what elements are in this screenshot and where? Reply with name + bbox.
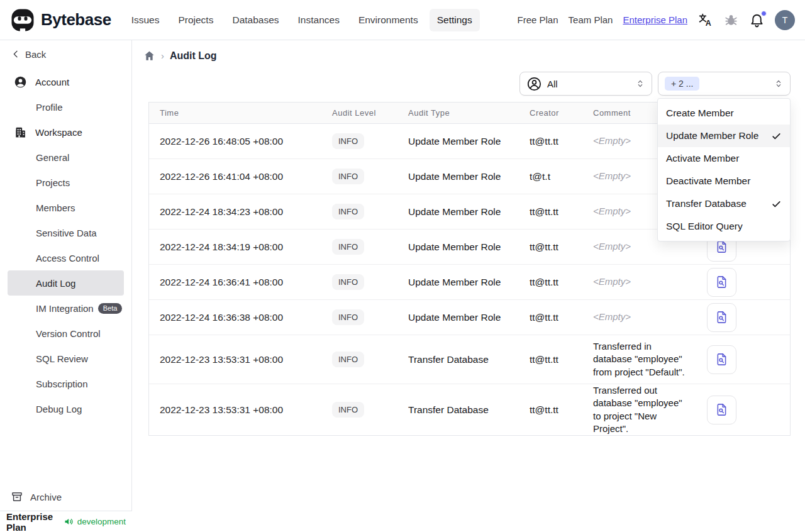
header-audit-level: Audit Level bbox=[321, 108, 397, 118]
table-row: 2022-12-24 16:36:41 +08:00 INFO Update M… bbox=[149, 265, 790, 300]
beta-badge: Beta bbox=[98, 303, 123, 314]
sidebar-item-profile[interactable]: Profile bbox=[8, 94, 124, 119]
menu-item-label: SQL Editor Query bbox=[666, 221, 743, 232]
audit-type: Update Member Role bbox=[397, 241, 519, 253]
archive-button[interactable]: Archive bbox=[0, 483, 131, 511]
sidebar-item-version-control[interactable]: Version Control bbox=[8, 321, 124, 346]
sidebar-item-im-integration[interactable]: IM Integration Beta bbox=[8, 296, 124, 321]
main-content: › Audit Log All + 2 ... bbox=[132, 40, 805, 532]
audit-level-badge: INFO bbox=[332, 274, 364, 290]
bytebase-logo[interactable]: Bytebase bbox=[10, 8, 111, 33]
nav-item-projects[interactable]: Projects bbox=[170, 9, 221, 31]
view-detail-button[interactable] bbox=[707, 396, 736, 424]
header-audit-type: Audit Type bbox=[397, 108, 519, 118]
sidebar-section-account: Account bbox=[8, 69, 124, 94]
bytebase-logo-icon bbox=[10, 8, 35, 33]
plan-status-bar: Enterprise Plan development bbox=[0, 511, 132, 532]
audit-creator: t@t.t bbox=[519, 171, 582, 182]
nav-item-instances[interactable]: Instances bbox=[291, 9, 347, 31]
audit-time: 2022-12-26 16:48:05 +08:00 bbox=[149, 136, 321, 147]
menu-item-create-member[interactable]: Create Member bbox=[658, 102, 790, 125]
audit-level-badge: INFO bbox=[332, 352, 364, 367]
audit-creator: tt@tt.tt bbox=[519, 241, 582, 253]
brand-name: Bytebase bbox=[41, 10, 111, 30]
menu-item-label: Update Member Role bbox=[666, 130, 758, 141]
back-button[interactable]: Back bbox=[0, 40, 131, 68]
nav-item-issues[interactable]: Issues bbox=[124, 9, 167, 31]
notification-dot bbox=[761, 11, 767, 16]
team-plan-link[interactable]: Team Plan bbox=[569, 14, 613, 25]
audit-level-badge: INFO bbox=[332, 133, 364, 149]
audit-type: Update Member Role bbox=[397, 171, 519, 182]
sidebar-item-sql-review[interactable]: SQL Review bbox=[8, 346, 124, 371]
enterprise-plan-link[interactable]: Enterprise Plan bbox=[623, 14, 687, 25]
topnav-right: Free Plan Team Plan Enterprise Plan A T bbox=[518, 10, 795, 30]
sidebar-item-debug-log[interactable]: Debug Log bbox=[8, 396, 124, 421]
free-plan-link[interactable]: Free Plan bbox=[518, 14, 558, 25]
audit-time: 2022-12-24 18:34:19 +08:00 bbox=[149, 241, 321, 253]
nav-item-environments[interactable]: Environments bbox=[351, 9, 426, 31]
notifications-bell-icon[interactable] bbox=[749, 12, 765, 28]
breadcrumb: › Audit Log bbox=[132, 40, 805, 62]
chevron-left-icon bbox=[11, 49, 21, 59]
volume-icon bbox=[64, 516, 74, 527]
sidebar-item-general[interactable]: General bbox=[8, 145, 124, 170]
audit-time: 2022-12-23 13:53:31 +08:00 bbox=[149, 404, 321, 416]
sidebar-item-projects[interactable]: Projects bbox=[8, 170, 124, 195]
audit-type: Update Member Role bbox=[397, 312, 519, 323]
menu-item-update-member-role[interactable]: Update Member Role bbox=[658, 125, 790, 147]
menu-item-sql-editor-query[interactable]: SQL Editor Query bbox=[658, 215, 790, 238]
menu-item-label: Activate Member bbox=[666, 153, 739, 164]
nav-item-settings[interactable]: Settings bbox=[430, 9, 480, 31]
audit-level-badge: INFO bbox=[332, 402, 364, 418]
bug-icon[interactable] bbox=[723, 12, 739, 28]
header-creator: Creator bbox=[519, 108, 582, 118]
sidebar-item-access-control[interactable]: Access Control bbox=[8, 245, 124, 270]
audit-time: 2022-12-24 16:36:41 +08:00 bbox=[149, 277, 321, 288]
audit-type-filter-select[interactable]: + 2 ... bbox=[658, 72, 791, 96]
archive-icon bbox=[11, 490, 23, 503]
translate-icon[interactable]: A bbox=[697, 12, 713, 28]
creator-filter-select[interactable]: All bbox=[519, 72, 652, 96]
chevron-right-icon: › bbox=[161, 50, 164, 61]
im-integration-label: IM Integration bbox=[36, 303, 94, 314]
header-time: Time bbox=[149, 108, 321, 118]
audit-level-badge: INFO bbox=[332, 169, 364, 184]
menu-item-label: Deactivate Member bbox=[666, 175, 750, 187]
environment-label: development bbox=[77, 517, 126, 526]
section-label: Account bbox=[35, 77, 69, 87]
audit-comment: <Empty> bbox=[582, 275, 696, 288]
audit-type-dropdown-menu: Create Member Update Member Role Activat… bbox=[657, 98, 791, 241]
nav-item-databases[interactable]: Databases bbox=[225, 9, 286, 31]
type-filter-badge: + 2 ... bbox=[665, 77, 699, 91]
audit-time: 2022-12-24 18:34:23 +08:00 bbox=[149, 206, 321, 218]
view-detail-button[interactable] bbox=[707, 303, 736, 332]
audit-creator: tt@tt.tt bbox=[519, 277, 582, 288]
sidebar-item-sensitive-data[interactable]: Sensitive Data bbox=[8, 220, 124, 245]
menu-item-transfer-database[interactable]: Transfer Database bbox=[658, 192, 790, 215]
sidebar-item-subscription[interactable]: Subscription bbox=[8, 371, 124, 396]
audit-time: 2022-12-24 16:36:38 +08:00 bbox=[149, 312, 321, 323]
check-icon bbox=[771, 131, 782, 141]
user-avatar[interactable]: T bbox=[775, 10, 795, 30]
audit-creator: tt@tt.tt bbox=[519, 312, 582, 323]
audit-comment: <Empty> bbox=[582, 240, 696, 253]
sidebar-nav: Account Profile Workspace General Projec… bbox=[0, 68, 131, 421]
audit-comment: Transferred in database "employee" from … bbox=[582, 340, 696, 379]
view-detail-button[interactable] bbox=[707, 345, 736, 374]
audit-creator: tt@tt.tt bbox=[519, 404, 582, 416]
sidebar-section-workspace: Workspace bbox=[8, 119, 124, 145]
sidebar-item-audit-log[interactable]: Audit Log bbox=[8, 270, 124, 296]
audit-level-badge: INFO bbox=[332, 239, 364, 255]
sidebar-item-members[interactable]: Members bbox=[8, 195, 124, 220]
chevron-updown-icon bbox=[635, 79, 645, 89]
audit-comment: <Empty> bbox=[582, 311, 696, 323]
table-row: 2022-12-23 13:53:31 +08:00 INFO Transfer… bbox=[149, 384, 790, 435]
menu-item-deactivate-member[interactable]: Deactivate Member bbox=[658, 170, 790, 192]
view-detail-button[interactable] bbox=[707, 268, 736, 297]
audit-comment: Transferred out database "employee" to p… bbox=[582, 384, 696, 435]
archive-label: Archive bbox=[30, 492, 62, 502]
menu-item-activate-member[interactable]: Activate Member bbox=[658, 147, 790, 170]
home-icon[interactable] bbox=[143, 50, 155, 62]
audit-creator: tt@tt.tt bbox=[519, 206, 582, 218]
